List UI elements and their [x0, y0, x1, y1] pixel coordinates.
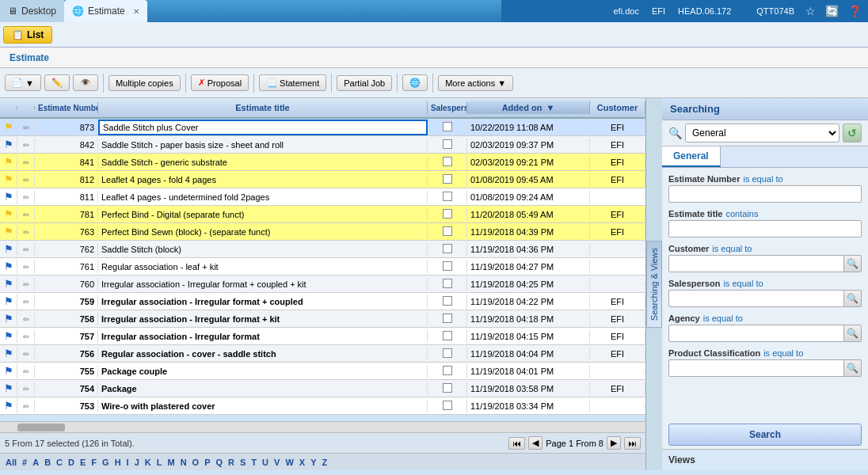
tab-desktop[interactable]: 🖥 Desktop: [0, 0, 64, 22]
alpha-btn-w[interactable]: W: [283, 457, 295, 468]
view-btn[interactable]: 👁️: [73, 74, 98, 91]
sales-checkbox[interactable]: [443, 174, 452, 184]
sales-checkbox[interactable]: [443, 122, 452, 131]
cell-sales[interactable]: [428, 312, 467, 326]
table-row[interactable]: ⚑ ✏ 760 Irregular association - Irregula…: [0, 276, 645, 293]
alpha-btn-k[interactable]: K: [143, 457, 154, 468]
field-input-customer[interactable]: [668, 255, 844, 272]
cell-title[interactable]: Saddle Stitch plus Cover: [98, 120, 428, 135]
cell-sales[interactable]: [428, 364, 467, 378]
alpha-btn-z[interactable]: Z: [319, 457, 329, 468]
edit-btn[interactable]: ✏️: [44, 74, 70, 91]
field-operator-customer[interactable]: is equal to: [712, 244, 752, 253]
alpha-btn-all[interactable]: All: [3, 457, 19, 468]
field-operator-estimate-title[interactable]: contains: [725, 209, 758, 218]
field-input-product-classification[interactable]: [668, 359, 844, 377]
table-row[interactable]: ⚑ ✏ 757 Irregular association - Irregula…: [0, 328, 645, 345]
globe-btn[interactable]: 🌐: [402, 74, 428, 91]
table-row[interactable]: ⚑ ✏ 811 Leaflet 4 pages - undetermined f…: [0, 188, 645, 206]
alpha-btn-s[interactable]: S: [238, 457, 248, 468]
alpha-btn-j[interactable]: J: [132, 457, 142, 468]
cell-sales[interactable]: [428, 329, 467, 344]
cell-title[interactable]: Package: [98, 382, 428, 395]
sales-checkbox[interactable]: [443, 314, 452, 323]
cell-sales[interactable]: [428, 347, 467, 361]
alpha-btn-t[interactable]: T: [249, 457, 259, 468]
field-lookup-btn-agency[interactable]: 🔍: [844, 325, 862, 342]
alpha-btn-h[interactable]: H: [112, 457, 124, 468]
cell-sales[interactable]: [428, 225, 467, 239]
col-sales[interactable]: Salesperson...: [428, 102, 467, 114]
h-scroll-thumb[interactable]: [17, 424, 65, 431]
sales-checkbox[interactable]: [443, 244, 452, 253]
cell-sales[interactable]: [428, 382, 467, 396]
cell-sales[interactable]: [428, 294, 467, 309]
table-row[interactable]: ⚑ ✏ 842 Saddle Stitch - paper basis size…: [0, 136, 645, 154]
field-lookup-btn-customer[interactable]: 🔍: [844, 255, 862, 272]
cell-sales[interactable]: [428, 138, 467, 152]
table-row[interactable]: ⚑ ✏ 755 Package couple 11/19/2018 04:01 …: [0, 363, 645, 380]
alpha-btn-n[interactable]: N: [178, 457, 189, 468]
field-operator-product-classification[interactable]: is equal to: [763, 348, 803, 358]
alpha-btn-y[interactable]: Y: [308, 457, 318, 468]
alpha-btn-o[interactable]: O: [190, 457, 202, 468]
cell-title[interactable]: Wire-o with plastered cover: [98, 400, 428, 412]
alpha-btn-c[interactable]: C: [54, 457, 65, 468]
list-button[interactable]: 📋 List: [3, 26, 52, 44]
col-title[interactable]: Estimate title: [98, 101, 428, 114]
sales-checkbox[interactable]: [443, 226, 452, 236]
cell-title[interactable]: Leaflet 4 pages - undetermined fold 2pag…: [98, 191, 428, 203]
alpha-btn-p[interactable]: P: [202, 457, 212, 468]
more-actions-btn[interactable]: More actions ▼: [438, 75, 513, 91]
cell-title[interactable]: Perfect Bind Sewn (block) - (separate fu…: [98, 226, 428, 238]
h-scrollbar[interactable]: [0, 421, 645, 432]
sales-checkbox[interactable]: [443, 366, 452, 375]
sales-checkbox[interactable]: [443, 279, 452, 288]
search-button[interactable]: Search: [668, 424, 862, 446]
tab-close-icon[interactable]: ✕: [133, 7, 139, 16]
alpha-btn-g[interactable]: G: [100, 457, 112, 468]
table-row[interactable]: ⚑ ✏ 754 Package 11/19/2018 03:58 PM EFI: [0, 380, 645, 397]
alpha-btn-d[interactable]: D: [66, 457, 77, 468]
field-lookup-btn-salesperson[interactable]: 🔍: [844, 290, 862, 307]
side-tab[interactable]: Searching & Views: [646, 241, 662, 328]
alpha-btn-l[interactable]: L: [154, 457, 165, 468]
new-btn[interactable]: 📄 ▼: [5, 74, 41, 91]
sales-checkbox[interactable]: [443, 261, 452, 271]
cell-title[interactable]: Saddle Stitch - paper basis size - sheet…: [98, 139, 428, 151]
cell-title[interactable]: Regular association - cover - saddle sti…: [98, 348, 428, 360]
cell-title[interactable]: Saddle Stitch (block): [98, 243, 428, 256]
refresh-icon[interactable]: 🔄: [825, 5, 839, 17]
search-type-select[interactable]: General: [685, 124, 839, 142]
partial-btn[interactable]: Partial Job: [337, 75, 392, 91]
alpha-btn-u[interactable]: U: [260, 457, 271, 468]
table-row[interactable]: ⚑ ✏ 841 Saddle Stitch - generic substrat…: [0, 154, 645, 171]
alpha-btn-b[interactable]: B: [42, 457, 53, 468]
sales-checkbox[interactable]: [443, 401, 452, 410]
alpha-btn-r[interactable]: R: [226, 457, 237, 468]
alpha-btn-f[interactable]: F: [89, 457, 99, 468]
star-icon[interactable]: ☆: [805, 5, 816, 17]
table-row[interactable]: ⚑ ✏ 761 Regular association - leaf + kit…: [0, 258, 645, 276]
cell-sales[interactable]: [428, 190, 467, 204]
col-customer[interactable]: Customer: [590, 101, 645, 114]
refresh-search-btn[interactable]: ↺: [843, 124, 862, 142]
cell-sales[interactable]: [428, 260, 467, 274]
alpha-btn-e[interactable]: E: [78, 457, 88, 468]
cell-title[interactable]: Perfect Bind - Digital (separate funct): [98, 208, 428, 221]
page-next-btn[interactable]: ▶: [607, 436, 621, 450]
col-added[interactable]: Added on ▼: [467, 101, 590, 114]
field-lookup-btn-product-classification[interactable]: 🔍: [844, 359, 862, 377]
table-row[interactable]: ⚑ ✏ 758 Irregular association - Irregula…: [0, 310, 645, 328]
cell-title[interactable]: Irregular association - Irregular format…: [98, 313, 428, 325]
cell-title[interactable]: Irregular association - Irregular format…: [98, 295, 428, 308]
cell-sales[interactable]: [428, 399, 467, 413]
table-row[interactable]: ⚑ ✏ 873 Saddle Stitch plus Cover 10/22/2…: [0, 119, 645, 136]
col-number[interactable]: Estimate Number: [35, 102, 98, 114]
field-operator-salesperson[interactable]: is equal to: [723, 279, 763, 288]
alpha-btn-m[interactable]: M: [165, 457, 177, 468]
table-row[interactable]: ⚑ ✏ 753 Wire-o with plastered cover 11/1…: [0, 397, 645, 415]
cell-title[interactable]: Saddle Stitch - generic substrate: [98, 156, 428, 169]
statement-btn[interactable]: 📃 Statement: [259, 74, 326, 91]
alpha-btn-i[interactable]: I: [124, 457, 131, 468]
